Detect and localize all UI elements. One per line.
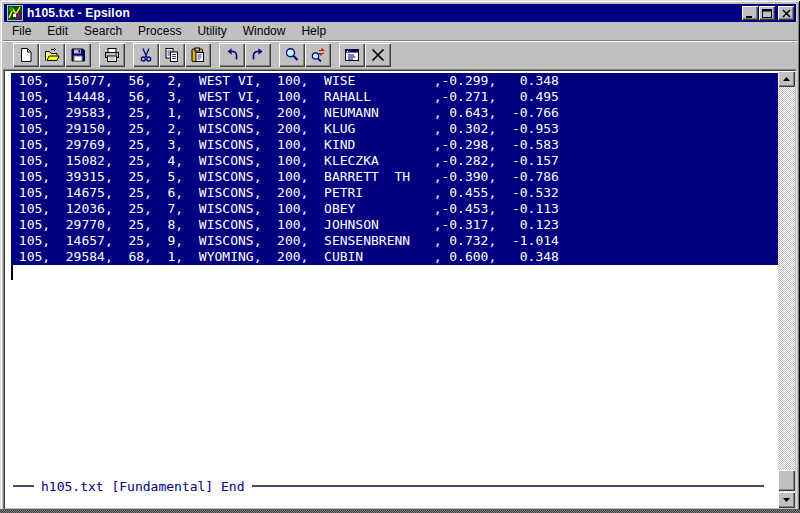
close-button[interactable] (778, 6, 794, 20)
editor-line[interactable]: 105, 15082, 25, 4, WISCONS, 100, KLECZKA… (11, 153, 778, 169)
menu-file[interactable]: File (4, 22, 39, 40)
dialog-list-icon (344, 47, 360, 63)
cut-icon (138, 47, 154, 63)
maximize-button[interactable] (759, 6, 775, 20)
new-file-button[interactable] (13, 43, 39, 67)
print-icon (104, 47, 120, 63)
vertical-scrollbar[interactable] (778, 71, 795, 508)
application-window: h105.txt - Epsilon File Edit Search Proc… (0, 0, 800, 513)
editor-line[interactable]: 105, 29584, 68, 1, WYOMING, 200, CUBIN ,… (11, 249, 778, 265)
undo-icon (224, 47, 240, 63)
undo-button[interactable] (219, 43, 245, 67)
menu-utility[interactable]: Utility (189, 22, 234, 40)
minimize-button[interactable] (742, 6, 758, 20)
mode-line: h105.txt [Fundamental] End (13, 478, 778, 494)
open-file-icon (44, 47, 60, 63)
query-replace-button[interactable] (305, 43, 331, 67)
menu-process[interactable]: Process (130, 22, 189, 40)
mode-line-rule-right (252, 485, 765, 487)
editor-surface[interactable]: 105, 15077, 56, 2, WEST VI, 100, WISE ,-… (4, 70, 796, 509)
minimize-icon (745, 9, 755, 18)
redo-button[interactable] (245, 43, 271, 67)
print-button[interactable] (99, 43, 125, 67)
editor-line[interactable]: 105, 39315, 25, 5, WISCONS, 100, BARRETT… (11, 169, 778, 185)
selected-text-block[interactable]: 105, 15077, 56, 2, WEST VI, 100, WISE ,-… (11, 73, 778, 265)
save-file-button[interactable] (65, 43, 91, 67)
title-bar[interactable]: h105.txt - Epsilon (4, 4, 796, 22)
menu-edit[interactable]: Edit (39, 22, 76, 40)
redo-icon (250, 47, 266, 63)
delete-x-icon (370, 47, 386, 63)
copy-icon (164, 47, 180, 63)
search-button[interactable] (279, 43, 305, 67)
close-icon (782, 9, 791, 18)
text-cursor (11, 265, 13, 280)
scroll-up-button[interactable] (778, 71, 795, 87)
menu-help[interactable]: Help (293, 22, 334, 40)
open-file-button[interactable] (39, 43, 65, 67)
scroll-down-button[interactable] (778, 492, 795, 508)
window-title: h105.txt - Epsilon (27, 6, 741, 20)
editor-line[interactable]: 105, 29769, 25, 3, WISCONS, 100, KIND ,-… (11, 137, 778, 153)
search-icon (284, 47, 300, 63)
mode-line-text: h105.txt [Fundamental] End (34, 479, 252, 494)
paste-button[interactable] (185, 43, 211, 67)
toolbar (3, 40, 797, 69)
editor-line[interactable]: 105, 29150, 25, 2, WISCONS, 200, KLUG , … (11, 121, 778, 137)
epsilon-app-icon[interactable] (7, 5, 23, 21)
delete-button[interactable] (365, 43, 391, 67)
menu-window[interactable]: Window (235, 22, 294, 40)
editor-line[interactable]: 105, 29583, 25, 1, WISCONS, 200, NEUMANN… (11, 105, 778, 121)
cut-button[interactable] (133, 43, 159, 67)
new-file-icon (18, 47, 34, 63)
editor-area: 105, 15077, 56, 2, WEST VI, 100, WISE ,-… (3, 69, 797, 510)
editor-line[interactable]: 105, 29770, 25, 8, WISCONS, 100, JOHNSON… (11, 217, 778, 233)
editor-line[interactable]: 105, 14675, 25, 6, WISCONS, 200, PETRI ,… (11, 185, 778, 201)
arrow-up-icon (783, 77, 790, 81)
desktop-edge-strip (0, 509, 800, 513)
arrow-down-icon (783, 498, 790, 502)
menu-search[interactable]: Search (76, 22, 130, 40)
dialog-list-button[interactable] (339, 43, 365, 67)
maximize-icon (762, 9, 772, 18)
scrollbar-thumb[interactable] (778, 470, 795, 491)
query-replace-icon (310, 47, 326, 63)
editor-line[interactable]: 105, 14448, 56, 3, WEST VI, 100, RAHALL … (11, 89, 778, 105)
menu-bar: File Edit Search Process Utility Window … (3, 22, 797, 40)
editor-line[interactable]: 105, 12036, 25, 7, WISCONS, 100, OBEY ,-… (11, 201, 778, 217)
save-file-icon (70, 47, 86, 63)
text-pane[interactable]: 105, 15077, 56, 2, WEST VI, 100, WISE ,-… (5, 71, 778, 508)
editor-line[interactable]: 105, 14657, 25, 9, WISCONS, 200, SENSENB… (11, 233, 778, 249)
editor-line[interactable]: 105, 15077, 56, 2, WEST VI, 100, WISE ,-… (11, 73, 778, 89)
mode-line-rule-left (13, 485, 34, 487)
copy-button[interactable] (159, 43, 185, 67)
paste-icon (190, 47, 206, 63)
